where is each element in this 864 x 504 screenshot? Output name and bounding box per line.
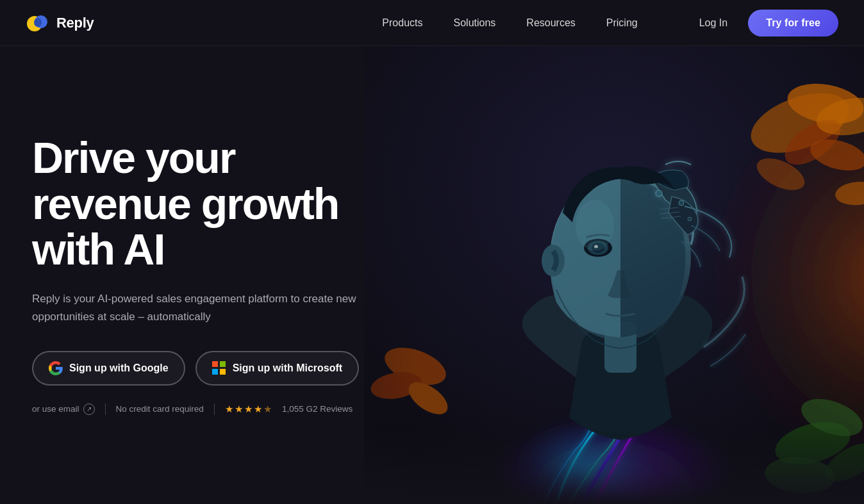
logo-link[interactable]: Reply [26,11,94,35]
svg-point-31 [542,245,565,277]
meta-divider-2 [214,403,215,415]
nav-item-solutions[interactable]: Solutions [438,17,511,29]
microsoft-icon [212,361,226,375]
hero-content: Drive your revenue growth with AI Reply … [0,46,423,504]
logo-text: Reply [56,15,94,31]
star-2: ★ [235,403,243,415]
arrow-icon: ↗ [83,403,95,415]
hero-title: Drive your revenue growth with AI [32,135,397,272]
nav-links: Products Solutions Resources Pricing [367,17,652,29]
meta-divider [105,403,106,415]
login-button[interactable]: Log In [692,12,735,34]
star-1: ★ [225,403,233,415]
microsoft-signup-label: Sign up with Microsoft [233,362,343,374]
svg-point-32 [576,200,614,251]
svg-point-23 [688,217,692,221]
star-3: ★ [244,403,253,415]
microsoft-signup-button[interactable]: Sign up with Microsoft [195,351,360,386]
stars-group: ★ ★ ★ ★ ★ [225,403,272,415]
meta-no-cc-text: No credit card required [116,404,204,414]
hero-subtitle: Reply is your AI-powered sales engagemen… [32,290,365,325]
nav-item-pricing[interactable]: Pricing [591,17,653,29]
google-icon [49,361,63,375]
google-signup-button[interactable]: Sign up with Google [32,351,185,386]
star-4: ★ [254,403,262,415]
navbar: Reply Products Solutions Resources Prici… [0,0,864,46]
svg-point-22 [679,200,684,206]
logo-icon [26,11,50,35]
google-signup-label: Sign up with Google [69,362,169,374]
meta-email-group[interactable]: or use email ↗ [32,403,95,415]
svg-point-21 [656,190,662,197]
nav-item-resources[interactable]: Resources [511,17,590,29]
nav-actions: Log In Try for free [692,10,838,37]
hero-meta: or use email ↗ No credit card required ★… [32,403,397,415]
star-5: ★ [263,403,272,415]
review-count: 1,055 G2 Reviews [282,404,353,414]
nav-item-products[interactable]: Products [367,17,438,29]
meta-email-text: or use email [32,404,79,414]
try-for-free-button[interactable]: Try for free [748,10,838,37]
hero-buttons: Sign up with Google Sign up with Microso… [32,351,397,386]
svg-point-3 [34,18,42,27]
